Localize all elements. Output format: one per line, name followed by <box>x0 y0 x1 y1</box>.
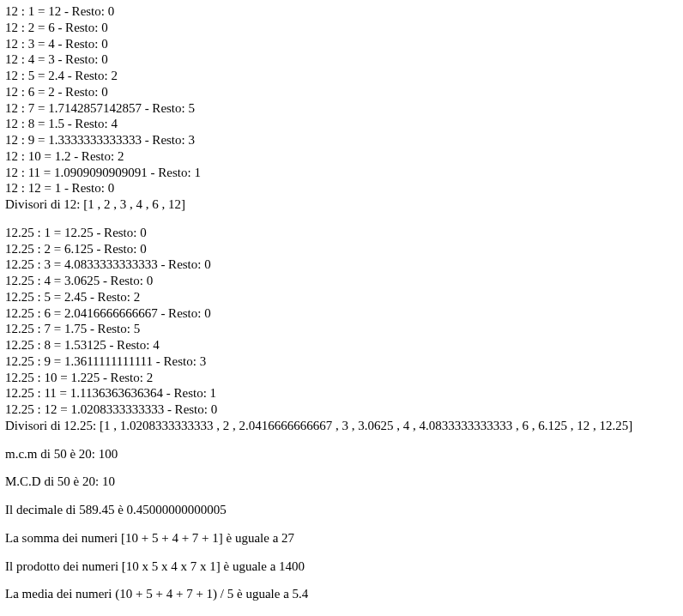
division-line: 12.25 : 5 = 2.45 - Resto: 2 <box>5 289 678 305</box>
division-line: 12 : 5 = 2.4 - Resto: 2 <box>5 68 678 84</box>
division-line: 12 : 6 = 2 - Resto: 0 <box>5 84 678 100</box>
division-line: 12.25 : 8 = 1.53125 - Resto: 4 <box>5 337 678 353</box>
division-line: 12.25 : 4 = 3.0625 - Resto: 0 <box>5 273 678 289</box>
division-line: 12 : 10 = 1.2 - Resto: 2 <box>5 148 678 165</box>
decimal-line: Il decimale di 589.45 è 0.45000000000005 <box>5 502 678 518</box>
division-line: 12.25 : 1 = 12.25 - Resto: 0 <box>5 225 678 241</box>
division-line: 12 : 2 = 6 - Resto: 0 <box>5 20 678 36</box>
division-line: 12.25 : 2 = 6.125 - Resto: 0 <box>5 241 678 257</box>
division-block-1225: 12.25 : 1 = 12.25 - Resto: 0 12.25 : 2 =… <box>5 225 678 434</box>
mcd-line: M.C.D di 50 è 20: 10 <box>5 474 678 490</box>
division-line: 12.25 : 10 = 1.225 - Resto: 2 <box>5 370 678 386</box>
division-line: 12.25 : 6 = 2.0416666666667 - Resto: 0 <box>5 305 678 322</box>
division-line: 12 : 1 = 12 - Resto: 0 <box>5 3 678 20</box>
divisors-line: Divisori di 12.25: [1 , 1.0208333333333 … <box>5 418 678 434</box>
division-line: 12 : 11 = 1.0909090909091 - Resto: 1 <box>5 165 678 181</box>
division-line: 12 : 9 = 1.3333333333333 - Resto: 3 <box>5 132 678 148</box>
divisors-line: Divisori di 12: [1 , 2 , 3 , 4 , 6 , 12] <box>5 196 678 213</box>
mean-line: La media dei numeri (10 + 5 + 4 + 7 + 1)… <box>5 586 678 602</box>
division-line: 12.25 : 7 = 1.75 - Resto: 5 <box>5 321 678 337</box>
division-line: 12.25 : 12 = 1.0208333333333 - Resto: 0 <box>5 402 678 418</box>
division-line: 12 : 12 = 1 - Resto: 0 <box>5 180 678 196</box>
division-line: 12 : 8 = 1.5 - Resto: 4 <box>5 116 678 132</box>
division-line: 12.25 : 11 = 1.1136363636364 - Resto: 1 <box>5 385 678 402</box>
mcm-line: m.c.m di 50 è 20: 100 <box>5 446 678 462</box>
division-block-12: 12 : 1 = 12 - Resto: 0 12 : 2 = 6 - Rest… <box>5 3 678 213</box>
division-line: 12 : 4 = 3 - Resto: 0 <box>5 51 678 68</box>
product-line: Il prodotto dei numeri [10 x 5 x 4 x 7 x… <box>5 559 678 575</box>
division-line: 12 : 7 = 1.7142857142857 - Resto: 5 <box>5 100 678 117</box>
division-line: 12.25 : 9 = 1.3611111111111 - Resto: 3 <box>5 353 678 370</box>
sum-line: La somma dei numeri [10 + 5 + 4 + 7 + 1]… <box>5 530 678 547</box>
division-line: 12 : 3 = 4 - Resto: 0 <box>5 36 678 52</box>
division-line: 12.25 : 3 = 4.0833333333333 - Resto: 0 <box>5 257 678 273</box>
